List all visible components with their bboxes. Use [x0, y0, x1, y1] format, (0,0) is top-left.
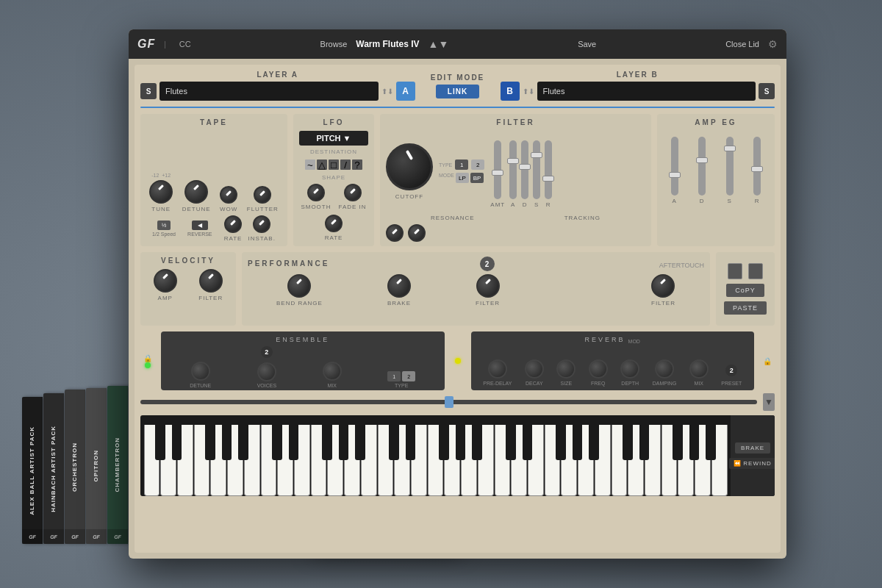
black-key[interactable]: [623, 415, 633, 460]
filter-type-2-button[interactable]: 2: [471, 159, 484, 170]
wave-sh-button[interactable]: ?: [352, 159, 362, 170]
decay-knob[interactable]: [525, 359, 544, 379]
reverse-button[interactable]: ◀: [192, 220, 208, 230]
list-item[interactable]: OPITRON GF: [86, 388, 107, 544]
ens-type-1-button[interactable]: 1: [387, 371, 401, 381]
black-key[interactable]: [706, 415, 716, 460]
wave-square-button[interactable]: □: [329, 159, 339, 170]
fade-in-knob[interactable]: [344, 184, 362, 201]
wave-triangle-button[interactable]: △: [317, 159, 327, 170]
cutoff-knob[interactable]: [386, 143, 433, 190]
amt-slider[interactable]: [494, 140, 501, 199]
filter-s-slider[interactable]: [533, 140, 540, 199]
right-lock-icon[interactable]: 🔒: [763, 357, 772, 365]
black-key[interactable]: [556, 415, 566, 460]
perf-brake-knob[interactable]: [387, 274, 411, 298]
black-key[interactable]: [523, 415, 533, 460]
ens-mix-knob[interactable]: [323, 362, 342, 381]
instability-knob[interactable]: [253, 215, 270, 233]
resonance-knob[interactable]: [386, 224, 404, 242]
black-key[interactable]: [456, 415, 466, 460]
black-key[interactable]: [472, 415, 482, 460]
ens-detune-knob[interactable]: [191, 362, 210, 381]
lfo-destination-button[interactable]: PITCH ▼: [299, 131, 368, 146]
half-speed-button[interactable]: ½: [157, 220, 171, 230]
detune-knob[interactable]: [184, 180, 208, 204]
smooth-knob[interactable]: [307, 184, 325, 201]
layer-a-solo-button[interactable]: S: [140, 83, 157, 99]
list-item[interactable]: ALEX BALL ARTIST PACK GF: [22, 397, 43, 544]
lfo-rate-knob[interactable]: [325, 215, 343, 232]
black-key[interactable]: [322, 415, 332, 460]
copy-button[interactable]: CoPY: [726, 284, 764, 297]
black-key[interactable]: [222, 415, 232, 460]
size-knob[interactable]: [556, 359, 576, 379]
ens-type-2-button[interactable]: 2: [402, 371, 415, 381]
layer-a-arrows[interactable]: ⬆⬇: [381, 87, 393, 96]
flutter-knob[interactable]: [254, 186, 271, 204]
black-key[interactable]: [673, 415, 683, 460]
cc-label[interactable]: CC: [179, 40, 191, 49]
filter-a-slider[interactable]: [509, 140, 517, 199]
gear-icon[interactable]: ⚙: [768, 38, 778, 50]
black-key[interactable]: [406, 415, 416, 460]
filter-d-slider[interactable]: [521, 140, 528, 199]
bend-range-knob[interactable]: [287, 274, 311, 298]
layer-b-preset-selector[interactable]: Flutes: [537, 82, 756, 101]
black-key[interactable]: [389, 415, 399, 460]
close-lid-button[interactable]: Close Lid: [725, 40, 759, 49]
black-key[interactable]: [205, 415, 215, 460]
at-filter-knob[interactable]: [651, 274, 675, 298]
rewind-button[interactable]: ⏪ REWIND: [729, 458, 775, 469]
tracking-knob[interactable]: [408, 224, 426, 242]
black-key[interactable]: [155, 415, 165, 460]
save-button[interactable]: Save: [578, 40, 596, 49]
list-item[interactable]: HAINBACH ARTIST PACK GF: [43, 393, 64, 544]
brake-button[interactable]: BRAKE: [735, 442, 770, 453]
black-key[interactable]: [172, 415, 182, 460]
preset-arrows[interactable]: ▲▼: [429, 38, 449, 50]
freq-knob[interactable]: [589, 359, 608, 379]
amp-r-slider[interactable]: [753, 137, 761, 196]
black-key[interactable]: [639, 415, 650, 460]
list-item[interactable]: CHAMBERTRON GF: [107, 386, 128, 544]
black-key[interactable]: [289, 415, 299, 460]
wow-knob[interactable]: [220, 186, 237, 204]
amp-s-slider[interactable]: [726, 137, 734, 196]
black-key[interactable]: [573, 415, 583, 460]
vel-filter-knob[interactable]: [199, 269, 223, 293]
black-key[interactable]: [272, 415, 282, 460]
black-key[interactable]: [506, 415, 516, 460]
layer-a-button[interactable]: A: [396, 82, 415, 101]
depth-knob[interactable]: [620, 359, 639, 379]
browse-button[interactable]: Browse: [320, 40, 348, 49]
layer-b-solo-button[interactable]: S: [759, 83, 775, 99]
black-key[interactable]: [589, 415, 599, 460]
filter-type-1-button[interactable]: 1: [455, 159, 468, 170]
layer-a-preset-selector[interactable]: Flutes: [159, 82, 379, 101]
black-key[interactable]: [689, 415, 700, 460]
pitch-slider-thumb[interactable]: [445, 396, 453, 408]
left-lock-icon[interactable]: 🔒: [143, 354, 152, 362]
amp-a-slider[interactable]: [671, 137, 678, 196]
layer-b-arrows[interactable]: ⬆⬇: [523, 87, 534, 96]
link-button[interactable]: LINK: [436, 85, 479, 98]
black-key[interactable]: [339, 415, 349, 460]
amp-d-slider[interactable]: [698, 137, 706, 196]
black-key[interactable]: [355, 415, 365, 460]
wave-saw-button[interactable]: /: [340, 159, 351, 170]
black-key[interactable]: [439, 415, 449, 460]
pitch-slider-track[interactable]: [140, 400, 757, 404]
rate-knob[interactable]: [224, 215, 242, 233]
vel-amp-knob[interactable]: [154, 269, 177, 293]
filter-mode-bp-button[interactable]: BP: [470, 173, 484, 183]
paste-button[interactable]: PASTE: [724, 301, 767, 315]
ens-voices-knob[interactable]: [257, 362, 276, 381]
perf-filter-knob[interactable]: [476, 274, 500, 298]
black-key[interactable]: [238, 415, 248, 460]
predelay-knob[interactable]: [488, 359, 507, 379]
filter-mode-lp-button[interactable]: LP: [456, 173, 469, 183]
list-item[interactable]: ORCHESTRON GF: [65, 390, 85, 544]
reverb-mix-knob[interactable]: [689, 359, 709, 379]
wave-sine-button[interactable]: ~: [305, 159, 315, 170]
